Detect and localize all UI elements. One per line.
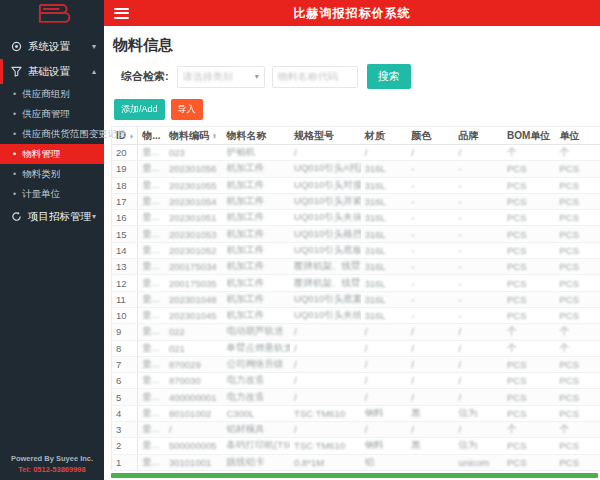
table-cell: PCS bbox=[556, 438, 600, 454]
table-row[interactable]: 13量...200175034机加工件覆牌机架、线臂..316L--PCSPCS bbox=[112, 259, 600, 275]
app-title: 比赫询报招标价系统 bbox=[104, 5, 600, 22]
table-cell: 跳线铝卡 bbox=[223, 454, 291, 470]
sidebar-section-0[interactable]: 系统设置▾ bbox=[0, 34, 104, 59]
table-row[interactable]: 19量...202301056机加工件UQ010引头A托架..316L--PCS… bbox=[112, 161, 600, 177]
table-row[interactable]: 5量...400000001电力改造////PCSPCS bbox=[112, 389, 600, 405]
sidebar-item[interactable]: •供应商组别 bbox=[0, 84, 104, 104]
table-cell: PCS bbox=[503, 259, 555, 275]
sidebar-item[interactable]: •物料管理 bbox=[0, 144, 104, 164]
table-cell: 量... bbox=[138, 226, 165, 242]
table-cell: UQ010引头对接.. bbox=[290, 177, 361, 193]
table-row[interactable]: 6量...870030电力改造////PCSPCS bbox=[112, 373, 600, 389]
table-cell: PCS bbox=[503, 405, 555, 421]
table-cell: 量... bbox=[138, 405, 165, 421]
table-cell: PCS bbox=[503, 242, 555, 258]
table-cell: PCS bbox=[556, 373, 600, 389]
table-cell: - bbox=[407, 275, 454, 291]
table-cell: / bbox=[290, 422, 361, 438]
table-cell: 500000005 bbox=[165, 438, 223, 454]
table-row[interactable]: 3量.../铝材模具////个个 bbox=[112, 422, 600, 438]
category-select[interactable]: 请选择类别 ▾ bbox=[177, 66, 265, 88]
sort-icon[interactable]: ▲▼ bbox=[212, 133, 217, 139]
table-row[interactable]: 7量...870029公司网络升级////PCSPCS bbox=[112, 356, 600, 372]
table-cell: 20 bbox=[112, 145, 138, 161]
table-row[interactable]: 9量...022电动葫芦轨道////个个 bbox=[112, 324, 600, 340]
table-cell: / bbox=[361, 145, 407, 161]
telephone-text: Tel: 0512-53869998 bbox=[0, 464, 104, 475]
table-row[interactable]: 16量...202301051机加工件UQ010引头夹块..316L--PCSP… bbox=[112, 210, 600, 226]
main-area: 比赫询报招标价系统 物料信息 综合检索: 请选择类别 ▾ 搜索 添加/Add 导… bbox=[104, 0, 600, 480]
table-cell: PCS bbox=[556, 193, 600, 209]
horizontal-scrollbar-thumb[interactable] bbox=[111, 473, 598, 478]
table-cell: - bbox=[455, 177, 503, 193]
table-cell: 021 bbox=[165, 340, 223, 356]
sidebar-item[interactable]: •计量单位 bbox=[0, 184, 104, 204]
action-bar: 添加/Add 导入 bbox=[114, 99, 596, 120]
table-cell: PCS bbox=[503, 275, 555, 291]
table-cell: 316L bbox=[361, 210, 407, 226]
table-cell: 个 bbox=[556, 340, 600, 356]
keyword-input[interactable] bbox=[273, 67, 357, 87]
sort-icon[interactable]: ▲▼ bbox=[129, 134, 134, 140]
table-cell: / bbox=[455, 145, 503, 161]
sidebar-item[interactable]: •供应商供货范围变更记录 bbox=[0, 124, 104, 144]
table-row[interactable]: 11量...202301048机加工件UQ010引头底案..316L--PCSP… bbox=[112, 291, 600, 307]
sidebar-item[interactable]: •供应商管理 bbox=[0, 104, 104, 124]
table-cell: 机加工件 bbox=[223, 226, 291, 242]
table-row[interactable]: 14量...202301052机加工件UQ010引头底板..316L--PCSP… bbox=[112, 242, 600, 258]
table-row[interactable]: 15量...202301053机加工件UQ010引头格挡..316L--PCSP… bbox=[112, 226, 600, 242]
table-row[interactable]: 17量...202301054机加工件UQ010引头并紧..316L--PCSP… bbox=[112, 193, 600, 209]
table-cell: 量... bbox=[138, 161, 165, 177]
table-cell: 量... bbox=[138, 307, 165, 323]
logo-icon bbox=[31, 1, 73, 29]
table-cell: 电力改造 bbox=[223, 373, 291, 389]
table-row[interactable]: 1量...30101001跳线铝卡0.8*1M铝unicomPCSPCS bbox=[112, 454, 600, 470]
table-cell: 202301056 bbox=[165, 161, 223, 177]
table-cell: TSC TM610 bbox=[290, 405, 361, 421]
table-cell: 量... bbox=[138, 145, 165, 161]
column-header: 物... bbox=[138, 127, 165, 145]
table-cell: PCS bbox=[503, 291, 555, 307]
column-header: 规格型号 bbox=[290, 127, 361, 145]
table-row[interactable]: 18量...202301055机加工件UQ010引头对接..316L--PCSP… bbox=[112, 177, 600, 193]
table-cell: 13 bbox=[112, 259, 138, 275]
sidebar-section-1[interactable]: 基础设置▴ bbox=[0, 59, 104, 84]
sidebar-section-2[interactable]: 项目招标管理▾ bbox=[0, 204, 104, 229]
table-cell: 个 bbox=[503, 145, 555, 161]
table-row[interactable]: 8量...021单臂点焊悬轨支架////个个 bbox=[112, 340, 600, 356]
table-cell: UQ010引头底案.. bbox=[290, 291, 361, 307]
table-cell: - bbox=[455, 307, 503, 323]
table-row[interactable]: 2量...500000005条码打印机(TSC)TSC TM610钢料黑信为PC… bbox=[112, 438, 600, 454]
table-cell: PCS bbox=[556, 177, 600, 193]
column-header: 物料名称 bbox=[223, 127, 291, 145]
table-cell: / bbox=[290, 324, 361, 340]
table-row[interactable]: 10量...202301045机加工件UQ010引头夹纸..316L--PCSP… bbox=[112, 307, 600, 323]
table-cell: 8 bbox=[112, 340, 138, 356]
sidebar-item[interactable]: •物料类别 bbox=[0, 164, 104, 184]
import-button[interactable]: 导入 bbox=[171, 99, 203, 120]
table-cell: 30101001 bbox=[165, 454, 223, 470]
table-cell: - bbox=[407, 193, 454, 209]
table-cell: PCS bbox=[556, 356, 600, 372]
table-cell: 量... bbox=[138, 242, 165, 258]
hamburger-menu-icon[interactable] bbox=[114, 5, 129, 21]
table-cell: 316L bbox=[361, 275, 407, 291]
table-cell: / bbox=[361, 340, 407, 356]
table-cell: 机加工件 bbox=[223, 177, 291, 193]
bullet-icon: • bbox=[13, 189, 16, 199]
table-row[interactable]: 12量...200175035机加工件覆牌机架、线臂..316L--PCSPCS bbox=[112, 275, 600, 291]
table-cell: 202301052 bbox=[165, 242, 223, 258]
search-button[interactable]: 搜索 bbox=[367, 64, 411, 89]
table-cell: - bbox=[455, 193, 503, 209]
table-cell: 机加工件 bbox=[223, 291, 291, 307]
sidebar-section-label: 系统设置 bbox=[28, 40, 92, 54]
table-cell: 个 bbox=[556, 324, 600, 340]
table-row[interactable]: 4量...80101002C300LTSC TM610钢料黑信为PCSPCS bbox=[112, 405, 600, 421]
table-cell: PCS bbox=[556, 275, 600, 291]
table-cell: UQ010引头夹纸.. bbox=[290, 307, 361, 323]
table-cell: - bbox=[455, 259, 503, 275]
column-header[interactable]: 物料编码▲▼ bbox=[165, 127, 223, 145]
table-cell: 铝材模具 bbox=[223, 422, 291, 438]
table-row[interactable]: 20量...023护袖机////个个 bbox=[112, 145, 600, 161]
add-button[interactable]: 添加/Add bbox=[114, 99, 165, 120]
